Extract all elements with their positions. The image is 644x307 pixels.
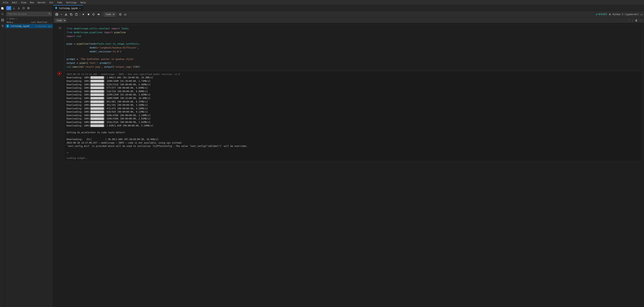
add-cell-button[interactable]: + [60, 12, 63, 16]
svg-marker-35 [99, 13, 100, 15]
clock-button[interactable] [118, 12, 122, 16]
info-line-1: 2023-06-26 14:17:06,557 – modelscope – I… [66, 142, 182, 144]
main-layout: + [0, 5, 644, 307]
run-cell-button[interactable] [58, 26, 62, 30]
timestamp-text: 2023-06-26 14:12:15,483 – modelscope – I… [66, 73, 180, 75]
file-list: py txttoimg.ipynb 4 minutes ago [5, 24, 53, 307]
download-button[interactable] [17, 6, 21, 10]
restart-button[interactable] [91, 12, 96, 16]
svg-line-1 [3, 14, 4, 15]
run-all-button[interactable] [96, 12, 101, 16]
collapse-button[interactable] [66, 151, 70, 155]
tab-icon: py [55, 7, 58, 9]
stop-cell-button[interactable] [58, 72, 61, 75]
file-name: txttoimg.ipynb [11, 25, 31, 27]
svg-rect-24 [56, 13, 57, 14]
svg-rect-40 [636, 20, 637, 21]
col-modified-header[interactable]: Last Modified [31, 21, 52, 23]
cell-type-select-2[interactable]: Code [54, 18, 66, 22]
search-wrapper [6, 12, 52, 16]
new-item-button[interactable]: + [6, 6, 11, 10]
svg-rect-25 [56, 14, 58, 15]
col-name-header[interactable]: Name ▲ [7, 21, 31, 23]
tab-label: txttoimg.ipynb [59, 7, 78, 9]
move-up-button[interactable]: ↑ [628, 18, 630, 22]
file-list-header: Name ▲ Last Modified [5, 20, 53, 24]
tab-bar: py txttoimg.ipynb × [53, 5, 644, 11]
breadcrumb: / demos / [5, 17, 53, 20]
file-item[interactable]: py txttoimg.ipynb 4 minutes ago [5, 24, 53, 28]
sidebar-git-icon[interactable] [0, 24, 4, 28]
separator-3 [116, 13, 117, 16]
cell-gutter [54, 25, 64, 71]
svg-line-29 [66, 13, 66, 15]
svg-line-18 [50, 14, 50, 15]
cell-body[interactable]: from modelscope.utils.constant import Ta… [64, 25, 642, 71]
code-cell: from modelscope.utils.constant import Ta… [53, 25, 644, 71]
svg-marker-32 [83, 13, 84, 15]
stop-button[interactable] [86, 12, 90, 16]
widget-loading: Loading widget... [64, 155, 642, 161]
svg-rect-2 [1, 19, 2, 20]
upload-button[interactable] [12, 6, 16, 10]
save-status-text: 保存成功 [598, 13, 607, 16]
run-button[interactable] [81, 12, 86, 16]
svg-point-26 [65, 15, 66, 15]
menu-tabs[interactable]: Tabs [56, 1, 64, 4]
git-button[interactable]: git [123, 12, 127, 16]
sort-arrow-icon: ▲ [12, 21, 13, 23]
copy-button[interactable] [69, 12, 74, 16]
refresh-button[interactable] [22, 6, 26, 10]
cut-button[interactable] [64, 12, 68, 16]
settings-icon [608, 13, 611, 16]
menu-git[interactable]: Git [48, 1, 55, 4]
menu-view[interactable]: View [20, 1, 28, 4]
sidebar-extensions-icon[interactable] [0, 18, 4, 22]
arrow-up-icon: ↑ [628, 19, 630, 22]
menu-help[interactable]: Help [79, 1, 87, 4]
clear-button[interactable] [26, 6, 30, 10]
move-down-button[interactable]: ↓ [631, 18, 634, 22]
menu-settings[interactable]: Settings [64, 1, 78, 4]
menubar: File Edit View Run Kernel Git Tabs Setti… [0, 0, 644, 5]
svg-point-8 [3, 25, 4, 26]
dl-line-4: Downloading: 100%|██████████| 577/577 [0… [66, 87, 148, 89]
delete-cell-button[interactable] [634, 18, 638, 22]
tab-close-icon[interactable]: × [79, 7, 80, 10]
sidebar-files-icon[interactable] [0, 6, 4, 10]
arrow-down-icon: ↓ [632, 19, 633, 22]
svg-rect-5 [3, 20, 4, 21]
plus-icon: + [8, 7, 10, 9]
dl-line-3: Downloading: 100%|██████████| 512k/512k … [66, 83, 150, 86]
search-input[interactable] [6, 12, 52, 16]
svg-rect-3 [3, 19, 4, 20]
dl-line-9: Downloading: 100%|██████████| 341/341 [0… [66, 104, 148, 106]
menu-kernel[interactable]: Kernel [36, 1, 47, 4]
nb-status: 保存成功 Python 3 (ipykernel) [596, 13, 643, 16]
file-icon: py [7, 25, 10, 28]
svg-line-46 [68, 152, 68, 153]
svg-rect-31 [76, 14, 77, 15]
svg-line-28 [66, 13, 66, 15]
save-status: 保存成功 [596, 13, 607, 16]
dl-line-11: Downloading: 100%|██████████| 920/920 [0… [66, 111, 148, 113]
svg-point-39 [609, 14, 610, 15]
menu-file[interactable]: File [2, 1, 10, 4]
more-button[interactable]: ⋯ [639, 18, 642, 22]
menu-edit[interactable]: Edit [10, 1, 19, 4]
dl-line-10: Downloading: 100%|██████████| 472/472 [0… [66, 107, 148, 110]
dl-line-7: Downloading: 100%|██████████| 580M/580M … [66, 97, 150, 99]
tab-txttoimg[interactable]: py txttoimg.ipynb × [53, 5, 83, 11]
trash-icon [635, 19, 637, 21]
paste-button[interactable] [74, 12, 78, 16]
output-content: 2023-06-26 14:12:15,483 – modelscope – I… [64, 71, 642, 149]
menu-run[interactable]: Run [28, 1, 36, 4]
dl-line-6: Downloading: 100%|██████████| 235M/235M … [66, 93, 150, 96]
sidebar-search-icon[interactable] [0, 12, 4, 16]
notebook-area: py txttoimg.ipynb × + [53, 5, 644, 307]
cell-type-select[interactable]: Code [104, 12, 115, 16]
svg-text:py: py [7, 25, 9, 27]
search-icon [48, 13, 51, 15]
save-button[interactable] [54, 12, 59, 16]
svg-rect-33 [88, 14, 89, 15]
